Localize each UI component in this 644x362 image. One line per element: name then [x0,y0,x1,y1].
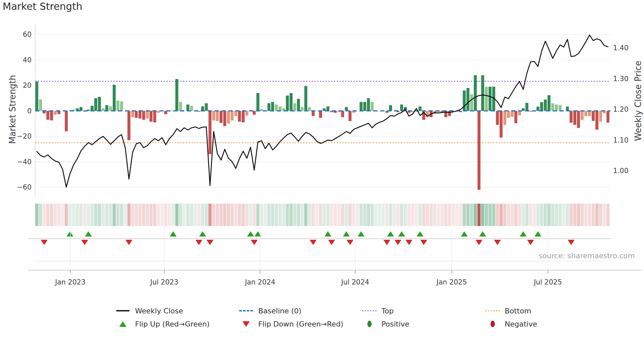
flip-up-icon [520,231,527,237]
flip-up-icon [461,231,468,237]
flip-up-icon [535,231,541,237]
right-tick-label: 1.10 [613,136,639,145]
x-gridlines [70,226,548,270]
strength-bars [35,75,610,190]
flip-down-icon [420,240,427,245]
right-tick-label: 1.20 [613,105,639,114]
left-tick-label: 0 [9,107,32,115]
flip-down-icon [395,240,402,245]
right-tick-label: 1.00 [613,167,639,175]
ellipse-swatch-icon [367,321,372,327]
x-tick-label: Jan 2024 [237,278,283,286]
left-tick-label: −40 [9,158,32,166]
flip-up-icon [479,231,486,237]
legend-label: Baseline (0) [258,307,301,315]
right-tick-label: 1.30 [613,75,639,83]
x-tick-label: Jan 2025 [429,278,475,286]
flip-down-icon [405,240,412,245]
flip-down-icon [568,240,575,245]
flip-down-icon [383,240,390,245]
legend-item-positive: Positive [361,317,485,330]
flip-down-icon [527,240,534,245]
source-credit: source: sharemaestro.com [539,252,635,260]
flip-down-icon [251,240,258,245]
flip-down-icon [126,240,132,245]
flip-up-markers [66,231,541,237]
x-tick-label: Jan 2023 [47,278,93,286]
ellipse-swatch-icon [491,321,495,327]
legend-item-bottom: Bottom [485,304,608,317]
dotted-swatch-icon [485,310,500,311]
legend-label: Top [381,307,394,315]
flip-up-icon [199,231,206,237]
chart-canvas: Market Strength Market Strength Weekly C… [0,0,644,362]
legend-label: Weekly Close [135,307,183,315]
flip-down-icon [196,240,202,245]
triangle-down-swatch-icon [242,321,250,327]
flip-up-icon [324,231,331,237]
flip-up-icon [417,231,424,237]
x-tick-label: Jul 2025 [525,278,571,286]
flip-up-icon [66,231,73,237]
dotted-swatch-icon [362,310,377,311]
flip-up-icon [170,231,176,237]
left-tick-label: 60 [9,30,32,39]
flip-up-icon [343,231,350,237]
legend-item-flip-up-red-green: Flip Up (Red→Green) [115,317,238,330]
legend-item-flip-down-green-red: Flip Down (Green→Red) [238,317,361,330]
flip-down-icon [494,240,501,245]
flip-up-icon [357,231,364,237]
left-tick-label: 20 [9,81,32,90]
flip-down-icon [347,240,354,245]
left-tick-label: −60 [9,183,32,192]
x-axis [28,270,642,274]
flip-down-icon [310,240,317,245]
right-tick-label: 1.40 [613,44,639,52]
flip-down-icon [207,240,214,245]
legend-label: Positive [381,320,409,328]
legend-label: Negative [505,320,537,328]
dashed-swatch-icon [239,310,253,311]
x-tick-label: Jul 2024 [332,278,378,286]
flip-down-icon [328,240,335,245]
chart-legend: Weekly CloseBaseline (0)TopBottomFlip Up… [115,304,608,330]
legend-label: Flip Up (Red→Green) [135,320,210,328]
flip-up-icon [247,231,254,237]
triangle-up-swatch-icon [119,321,126,327]
legend-item-top: Top [361,304,485,317]
legend-item-negative: Negative [485,317,608,330]
legend-label: Bottom [505,307,531,315]
flip-up-icon [85,231,92,237]
flip-down-icon [475,240,482,245]
line-swatch-icon [116,310,129,311]
x-tick-label: Jul 2023 [141,278,187,286]
left-tick-label: −20 [9,132,32,141]
legend-label: Flip Down (Green→Red) [258,320,343,328]
flip-up-icon [398,231,405,237]
flip-down-icon [81,240,88,245]
legend-item-weekly-close: Weekly Close [115,304,238,317]
flip-down-markers [41,240,575,245]
legend-item-baseline-0: Baseline (0) [238,304,361,317]
strength-heatmap [35,204,610,226]
flip-up-icon [387,231,394,237]
flip-down-icon [41,240,48,245]
left-tick-label: 40 [9,56,32,64]
threshold-lines [35,81,610,143]
